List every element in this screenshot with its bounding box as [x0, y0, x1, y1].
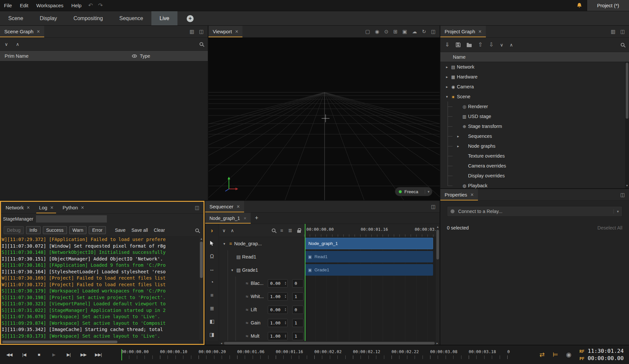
log-action-button[interactable]: Save	[113, 227, 128, 234]
close-tab-icon[interactable]: ×	[81, 205, 84, 210]
search-icon[interactable]	[621, 43, 624, 46]
playhead-line[interactable]	[121, 349, 122, 360]
sequencer-tree-row[interactable]: Read1 ▴▾	[219, 250, 304, 263]
play-button[interactable]: ▶	[48, 350, 60, 360]
add-workspace-button[interactable]: +	[181, 11, 200, 26]
tab-properties[interactable]: Properties ×	[440, 189, 478, 200]
fill-right-icon[interactable]: ◨	[205, 328, 219, 341]
lock-icon[interactable]	[297, 230, 301, 233]
value-spinner-secondary[interactable]: 1	[292, 332, 303, 340]
loop-sync-icon[interactable]: ⇄	[540, 351, 545, 358]
collapse-all-icon[interactable]: ∨	[500, 42, 503, 47]
spinner-value[interactable]: 1	[293, 294, 303, 299]
power-icon[interactable]: ⊙	[384, 29, 389, 34]
log-panel-tab[interactable]: Network ×	[1, 202, 34, 213]
track-options-icon[interactable]: ≣	[205, 302, 219, 315]
sequencer-tree-row[interactable]: Node_grap... ▴▾	[219, 237, 304, 250]
close-tab-icon[interactable]: ×	[479, 29, 482, 34]
log-panel-tab[interactable]: Log ×	[34, 202, 58, 213]
scrollbar-thumb[interactable]	[224, 342, 435, 345]
notifications-bell-icon[interactable]	[572, 3, 587, 8]
fast-forward-button[interactable]: ▶▶	[78, 350, 89, 360]
log-line[interactable]: W][11:07:30.169] [Project] Failed to loa…	[2, 275, 199, 282]
go-to-end-button[interactable]: ▶▶|	[92, 350, 104, 360]
record-indicator-icon[interactable]: ◉	[566, 351, 572, 358]
panel-menu-icon[interactable]: ◫	[431, 29, 436, 34]
image-plane-icon[interactable]: ▣	[402, 29, 407, 34]
tree-row[interactable]: Hardware	[440, 72, 629, 82]
log-line[interactable]: W][11:07:30.172] [Project] Failed to loa…	[2, 282, 199, 288]
sequencer-tree-row[interactable]: Grade1 ▴▾	[219, 263, 304, 277]
undo-icon[interactable]: ↶	[85, 2, 95, 9]
tab-scene-graph[interactable]: Scene Graph ×	[0, 26, 44, 37]
viewport-canvas[interactable]: Freeca ▾	[208, 38, 440, 200]
column-type[interactable]: Type	[132, 53, 150, 59]
sequencer-tree-row[interactable]: Whit... 1.00 ▴▾ 1	[219, 290, 304, 303]
marker-flag-icon[interactable]: ⊨	[553, 351, 558, 358]
sequencer-vertical-scrollbar[interactable]: ▴	[436, 224, 440, 341]
step-forward-icon[interactable]: ›	[205, 224, 219, 237]
collapse-all-icon[interactable]: ∨	[5, 42, 8, 47]
tab-project-graph[interactable]: Project Graph ×	[440, 26, 486, 37]
close-tab-icon[interactable]: ×	[50, 205, 53, 210]
spinner-value[interactable]: 1	[293, 334, 303, 339]
scrollbar-thumb[interactable]	[2, 341, 117, 343]
expander-icon[interactable]	[456, 144, 461, 148]
camera-view-icon[interactable]: ◉	[375, 29, 379, 34]
expander-icon[interactable]	[444, 85, 450, 89]
menu-item[interactable]: Help	[67, 0, 85, 11]
log-action-button[interactable]: Save all	[129, 227, 150, 234]
tab-sequencer[interactable]: Sequencer ×	[205, 201, 244, 212]
project-badge[interactable]: Project (*)	[587, 0, 629, 11]
fill-left-icon[interactable]: ◧	[205, 315, 219, 328]
tree-row[interactable]: Network	[440, 62, 629, 72]
log-line[interactable]: S][11:07:30.161] [FApplication] Loaded 9…	[2, 262, 199, 269]
chevron-down-icon[interactable]: ▾	[613, 209, 619, 214]
tree-row[interactable]: Camera overrides	[440, 161, 629, 171]
log-line[interactable]: S][11:07:30.323] [ViewportPanel] Loaded …	[2, 301, 199, 307]
grid-overlay-icon[interactable]: ⊞	[393, 29, 397, 34]
tree-row[interactable]: Node graphs	[440, 141, 629, 151]
chevron-down-icon[interactable]: ▾	[425, 190, 429, 194]
log-horizontal-scrollbar[interactable]	[1, 340, 199, 344]
open-project-icon[interactable]	[467, 44, 472, 47]
search-icon[interactable]	[272, 228, 275, 232]
search-icon[interactable]	[200, 42, 203, 46]
spinner-value[interactable]: 1.00	[268, 294, 284, 299]
panel-menu-icon[interactable]: ◫	[620, 29, 625, 34]
log-line[interactable]: I][11:09:35.342] [ImageCache] Starting c…	[2, 326, 199, 333]
sequencer-horizontal-scrollbar[interactable]: ◂ ▸	[219, 341, 440, 345]
save-project-icon[interactable]	[456, 43, 460, 47]
close-tab-icon[interactable]: ×	[470, 192, 473, 197]
spinner-value[interactable]: 1.00	[268, 320, 284, 325]
spinner-arrows[interactable]: ▴▾	[284, 281, 287, 285]
workspace-tab[interactable]: Scene	[0, 11, 31, 25]
expander-icon[interactable]	[444, 75, 450, 79]
collapse-all-icon[interactable]: ∨	[222, 228, 226, 233]
spinner-value[interactable]: 1	[293, 320, 303, 325]
value-spinner-secondary[interactable]: 0	[292, 306, 303, 314]
tree-row[interactable]: Renderer	[440, 102, 629, 111]
log-level-filter-button[interactable]: Error	[89, 226, 106, 234]
timeline-clip[interactable]: ▣ Read1	[305, 251, 433, 262]
filter-list-icon[interactable]: ≡	[280, 228, 283, 233]
close-tab-icon[interactable]: ×	[27, 205, 30, 210]
scroll-up-icon[interactable]: ▴	[201, 236, 202, 240]
expand-all-icon[interactable]: ∧	[16, 42, 19, 47]
log-line[interactable]: S][11:07:36.070] [Workspace] Set active …	[2, 314, 199, 320]
spinner-arrows[interactable]: ▴▾	[284, 294, 287, 298]
log-line[interactable]: S][11:29:03.173] [Workspace] Set active …	[2, 333, 199, 340]
log-line[interactable]: I][11:07:30.151] [ObjectManager] Added O…	[2, 256, 199, 262]
value-spinner[interactable]: 1.00 ▴▾	[268, 332, 288, 340]
panel-menu-icon[interactable]: ◫	[199, 29, 204, 34]
track-list-icon[interactable]: ≡	[205, 289, 219, 302]
turntable-icon[interactable]: ↻	[422, 29, 426, 34]
retime-tool-icon[interactable]: ◔	[205, 276, 219, 289]
sequencer-timeline[interactable]: 00:00:00.0000:00:01.1600:00:03.0 ▣ Node_…	[304, 224, 436, 341]
tree-row[interactable]: Texture overrides	[440, 151, 629, 161]
display-mode-icon[interactable]: ▢	[365, 29, 370, 34]
spinner-value[interactable]: 0	[293, 281, 303, 286]
tree-row[interactable]: Scene	[440, 92, 629, 102]
value-spinner[interactable]: 1.00 ▴▾	[268, 319, 288, 327]
select-tool-icon[interactable]	[205, 237, 219, 250]
